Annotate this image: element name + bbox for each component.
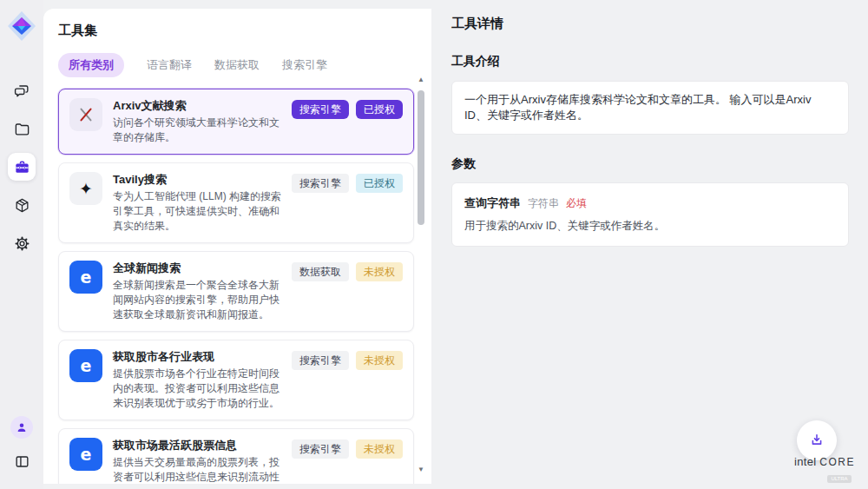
list-scrollbar[interactable]: ▲ ▼ (416, 75, 426, 475)
star-icon: ✦ (69, 172, 102, 205)
category-badge: 数据获取 (292, 262, 349, 281)
arxiv-logo-icon (69, 98, 102, 131)
search-e-icon: e (69, 349, 102, 382)
tool-description: 专为人工智能代理 (LLM) 构建的搜索引擎工具，可快速提供实时、准确和真实的结… (113, 189, 281, 234)
tool-card-arxiv[interactable]: Arxiv文献搜索 访问各个研究领域大量科学论文和文章的存储库。 搜索引擎 已授… (58, 89, 414, 155)
chat-icon[interactable] (8, 76, 36, 104)
package-icon[interactable] (8, 191, 36, 219)
scrollbar-thumb[interactable] (418, 90, 424, 225)
tool-list: Arxiv文献搜索 访问各个研究领域大量科学论文和文章的存储库。 搜索引擎 已授… (58, 89, 414, 484)
param-description: 用于搜索的Arxiv ID、关键字或作者姓名。 (464, 219, 836, 234)
auth-status-badge: 未授权 (356, 262, 403, 281)
folder-icon[interactable] (8, 115, 36, 142)
tool-description: 提供股票市场各个行业在特定时间段内的表现。投资者可以利用这些信息来识别表现优于或… (113, 367, 281, 411)
sidebar-nav (8, 76, 36, 257)
param-required-flag: 必填 (566, 196, 587, 211)
auth-status-badge: 已授权 (356, 174, 403, 193)
category-tabs: 所有类别 语言翻译 数据获取 搜索引擎 (58, 53, 411, 77)
detail-title: 工具详情 (451, 16, 849, 32)
sidebar-footer (8, 416, 36, 475)
intel-core-logo: intel core ULTRA (793, 455, 856, 484)
category-badge: 搜索引擎 (292, 351, 349, 370)
param-type: 字符串 (528, 196, 559, 211)
tab-search-engine[interactable]: 搜索引擎 (282, 57, 327, 73)
sidebar (0, 0, 43, 489)
search-e-icon: e (69, 261, 102, 294)
scroll-up-icon[interactable]: ▲ (416, 75, 426, 85)
params-heading: 参数 (451, 156, 849, 172)
tool-list-panel: 工具集 所有类别 语言翻译 数据获取 搜索引擎 Arxiv文献搜索 访问各个研究… (43, 9, 431, 484)
tool-description: 全球新闻搜索是一个聚合全球各大新闻网站内容的搜索引擎，帮助用户快速获取全球最新资… (113, 278, 281, 322)
tool-card-global-news[interactable]: e 全球新闻搜索 全球新闻搜索是一个聚合全球各大新闻网站内容的搜索引擎，帮助用户… (58, 251, 414, 332)
auth-status-badge: 未授权 (356, 351, 403, 370)
tab-data-fetch[interactable]: 数据获取 (214, 57, 260, 73)
scroll-down-icon[interactable]: ▼ (416, 465, 426, 475)
tool-name: 获取市场最活跃股票信息 (113, 438, 281, 453)
category-badge: 搜索引擎 (292, 100, 349, 119)
tool-detail-panel: 工具详情 工具介绍 一个用于从Arxiv存储库搜索科学论文和文章的工具。 输入可… (434, 0, 868, 489)
intel-brand-text: intel (794, 455, 816, 468)
tool-name: 全球新闻搜索 (113, 261, 281, 276)
tool-card-tavily[interactable]: ✦ Tavily搜索 专为人工智能代理 (LLM) 构建的搜索引擎工具，可快速提… (58, 162, 414, 243)
intro-heading: 工具介绍 (451, 54, 849, 69)
tab-all-categories[interactable]: 所有类别 (58, 53, 124, 77)
tool-name: Arxiv文献搜索 (113, 98, 281, 114)
param-card: 查询字符串 字符串 必填 用于搜索的Arxiv ID、关键字或作者姓名。 (451, 182, 849, 247)
tool-name: Tavily搜索 (113, 172, 281, 188)
tool-description: 访问各个研究领域大量科学论文和文章的存储库。 (113, 116, 281, 145)
intro-card: 一个用于从Arxiv存储库搜索科学论文和文章的工具。 输入可以是Arxiv ID… (451, 81, 849, 135)
page-title: 工具集 (58, 23, 411, 39)
app-logo-diamond-icon (7, 10, 36, 42)
param-name: 查询字符串 (464, 195, 521, 211)
tab-language-translation[interactable]: 语言翻译 (147, 57, 192, 73)
auth-status-badge: 未授权 (356, 439, 403, 459)
tool-name: 获取股市各行业表现 (113, 349, 281, 365)
panel-icon[interactable] (8, 447, 36, 475)
tool-card-active-stocks[interactable]: e 获取市场最活跃股票信息 提供当天交易量最高的股票列表，投资者可以利用这些信息… (58, 428, 414, 484)
tool-card-stock-sectors[interactable]: e 获取股市各行业表现 提供股票市场各个行业在特定时间段内的表现。投资者可以利用… (58, 340, 414, 420)
search-e-icon: e (69, 438, 102, 471)
category-badge: 搜索引擎 (292, 174, 349, 193)
user-icon[interactable] (10, 416, 33, 439)
tool-description: 提供当天交易量最高的股票列表，投资者可以利用这些信息来识别流动性强的股票和潜在的… (113, 455, 281, 484)
toolbox-icon[interactable] (8, 153, 36, 181)
auth-status-badge: 已授权 (356, 100, 403, 119)
category-badge: 搜索引擎 (292, 439, 349, 459)
ultra-badge: ULTRA (827, 475, 851, 483)
core-brand-text: core (819, 456, 855, 468)
settings-icon[interactable] (8, 229, 36, 257)
